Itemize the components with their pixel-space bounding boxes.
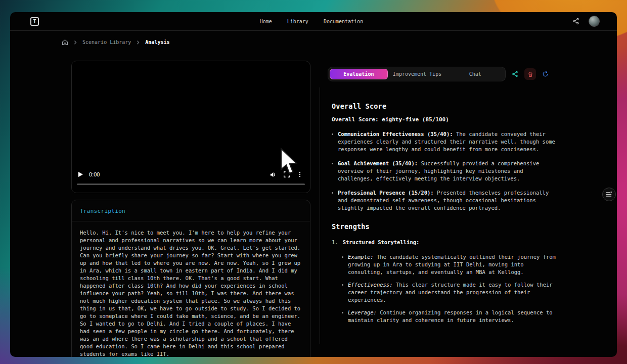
bullet-icon	[332, 133, 333, 135]
avatar[interactable]	[589, 16, 600, 27]
tab-improvement-tips[interactable]: Improvement Tips	[389, 69, 446, 79]
video-progress-bar[interactable]	[77, 184, 305, 185]
tab-chat[interactable]: Chat	[446, 69, 504, 79]
score-item-label: Professional Presence (15/20):	[338, 190, 434, 196]
nav-item-documentation[interactable]: Documentation	[324, 19, 363, 24]
refresh-button[interactable]	[540, 68, 551, 80]
transcription-panel: Transcription Hello. Hi. It's nice to me…	[71, 200, 310, 357]
strength-name: Structured Storytelling:	[343, 239, 420, 246]
score-list: Communication Effectiveness (35/40): The…	[332, 130, 559, 212]
bullet-icon	[342, 312, 343, 313]
refresh-icon	[542, 71, 549, 77]
topbar-right	[572, 16, 600, 27]
delete-button[interactable]	[524, 68, 536, 80]
transcription-text: Hello. Hi. It's nice to meet you. I'm he…	[72, 221, 310, 357]
home-icon[interactable]	[62, 39, 68, 46]
breadcrumb: Scenario Library Analysis	[62, 39, 617, 46]
share-icon	[512, 71, 518, 77]
strengths-heading: Strengths	[332, 223, 559, 231]
overall-score-value: Overall Score: eighty-five (85/100)	[332, 116, 559, 123]
mouse-cursor	[279, 148, 299, 178]
nav-item-home[interactable]: Home	[260, 19, 272, 24]
share-analysis-button[interactable]	[509, 68, 521, 80]
app-window: T Home Library Documentation Scenario Li…	[10, 12, 617, 357]
breadcrumb-analysis: Analysis	[145, 39, 169, 45]
breadcrumb-scenario-library[interactable]: Scenario Library	[82, 39, 131, 45]
sub-item-label: Example:	[348, 254, 374, 260]
strength-sublist: Example: The candidate systematically ou…	[342, 253, 559, 324]
tab-row: Evaluation Improvement Tips Chat	[328, 67, 559, 81]
sub-item-label: Leverage:	[348, 309, 377, 315]
sub-item-text: Continue organizing responses in a logic…	[348, 309, 553, 323]
sub-item-text: The candidate systematically outlined th…	[348, 254, 556, 275]
chevron-right-icon	[73, 40, 77, 44]
panel-toggle-button[interactable]	[602, 188, 616, 201]
strength-item-title: 1. Structured Storytelling:	[332, 239, 559, 246]
nav-links: Home Library Documentation	[260, 19, 364, 24]
sub-item-label: Effectiveness:	[348, 282, 393, 288]
bullet-icon	[332, 163, 333, 164]
evaluation-content[interactable]: Overall Score Overall Score: eighty-five…	[320, 87, 559, 344]
score-item: Communication Effectiveness (35/40): The…	[332, 130, 559, 153]
chevron-right-icon	[136, 40, 140, 44]
list-item: Example: The candidate systematically ou…	[342, 253, 559, 276]
score-item: Professional Presence (15/20): Presented…	[332, 189, 559, 212]
right-column: Evaluation Improvement Tips Chat	[320, 61, 559, 357]
overall-score-heading: Overall Score	[332, 103, 559, 110]
strength-number: 1.	[332, 239, 338, 246]
top-nav: T Home Library Documentation	[10, 12, 617, 31]
nav-item-library[interactable]: Library	[287, 19, 308, 24]
transcription-title: Transcription	[72, 200, 310, 221]
tab-evaluation[interactable]: Evaluation	[330, 69, 388, 79]
volume-icon[interactable]	[270, 171, 277, 178]
video-controls: 0:00	[72, 167, 310, 181]
tab-bar: Evaluation Improvement Tips Chat	[328, 67, 506, 81]
bullet-icon	[342, 284, 343, 286]
main-content: 0:00	[71, 61, 617, 357]
list-item: Leverage: Continue organizing responses …	[342, 309, 559, 324]
desktop: { "nav": { "logo": "T", "items": [ { "la…	[0, 0, 627, 364]
left-column: 0:00	[71, 61, 310, 357]
trash-icon	[527, 71, 533, 77]
bullet-icon	[332, 192, 333, 194]
share-icon[interactable]	[572, 18, 579, 25]
list-settings-icon	[606, 191, 612, 198]
score-item: Goal Achievement (35/40): Successfully p…	[332, 160, 559, 183]
list-item: Effectiveness: This clear structure made…	[342, 281, 559, 304]
bullet-icon	[342, 256, 343, 258]
score-item-label: Goal Achievement (35/40):	[338, 160, 418, 166]
video-time: 0:00	[89, 171, 100, 177]
play-icon[interactable]	[78, 172, 83, 177]
app-logo[interactable]: T	[30, 17, 39, 26]
score-item-label: Communication Effectiveness (35/40):	[338, 131, 453, 137]
video-player[interactable]: 0:00	[71, 61, 310, 193]
